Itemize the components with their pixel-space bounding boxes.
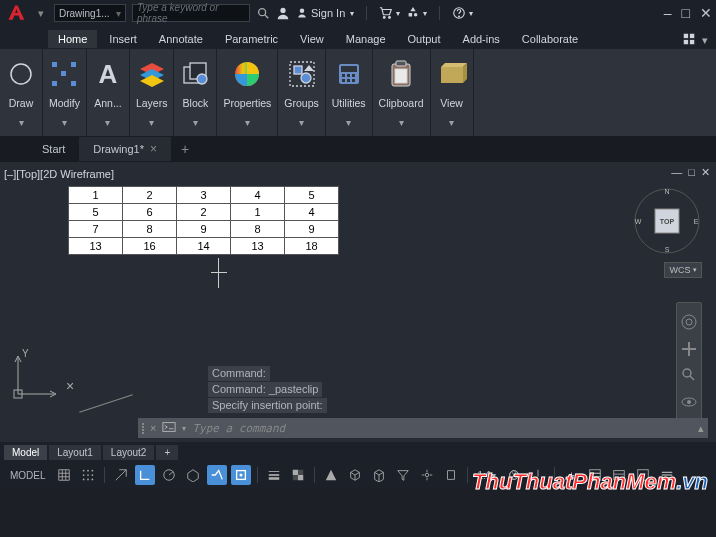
help-icon[interactable]: ▾ bbox=[452, 6, 473, 20]
annotation-scale[interactable]: 1:1 ▾ bbox=[474, 465, 501, 485]
tab-parametric[interactable]: Parametric bbox=[215, 30, 288, 48]
layout-model[interactable]: Model bbox=[4, 445, 47, 460]
dynamic-ucs[interactable] bbox=[369, 465, 389, 485]
search-icon[interactable] bbox=[256, 6, 270, 20]
wheel-icon[interactable] bbox=[680, 313, 698, 331]
customization[interactable] bbox=[657, 465, 677, 485]
layout-2[interactable]: Layout2 bbox=[103, 445, 155, 460]
selection-filter[interactable] bbox=[393, 465, 413, 485]
pan-icon[interactable] bbox=[680, 340, 698, 358]
tab-insert[interactable]: Insert bbox=[99, 30, 147, 48]
maximize-button[interactable]: □ bbox=[682, 5, 690, 21]
table-cell[interactable]: 9 bbox=[285, 221, 339, 238]
vp-minimize-icon[interactable]: — bbox=[671, 166, 682, 179]
tab-collaborate[interactable]: Collaborate bbox=[512, 30, 588, 48]
units-toggle[interactable]: + bbox=[561, 465, 581, 485]
panel-ann[interactable]: AAnn...▾ bbox=[87, 49, 130, 136]
table-cell[interactable]: 16 bbox=[123, 238, 177, 255]
table-cell[interactable]: 1 bbox=[231, 204, 285, 221]
panel-groups[interactable]: Groups▾ bbox=[278, 49, 325, 136]
wcs-dropdown[interactable]: WCS ▾ bbox=[664, 262, 702, 278]
app-menu-icon[interactable]: ▾ bbox=[406, 6, 427, 20]
panel-properties[interactable]: Properties▾ bbox=[217, 49, 278, 136]
3dosnap-toggle[interactable] bbox=[345, 465, 365, 485]
vp-restore-icon[interactable]: □ bbox=[688, 166, 695, 179]
table-cell[interactable]: 1 bbox=[69, 187, 123, 204]
doctab-start[interactable]: Start bbox=[28, 138, 79, 160]
tab-annotate[interactable]: Annotate bbox=[149, 30, 213, 48]
close-tab-icon[interactable]: × bbox=[150, 142, 157, 156]
workspace-switch[interactable] bbox=[504, 465, 524, 485]
panel-draw[interactable]: Draw▾ bbox=[0, 49, 43, 136]
table-cell[interactable]: 3 bbox=[177, 187, 231, 204]
table-cell[interactable]: 18 bbox=[285, 238, 339, 255]
polar-toggle[interactable] bbox=[159, 465, 179, 485]
tab-manage[interactable]: Manage bbox=[336, 30, 396, 48]
panel-modify[interactable]: Modify▾ bbox=[43, 49, 87, 136]
infer-constraints[interactable] bbox=[111, 465, 131, 485]
isolate-objects[interactable] bbox=[633, 465, 653, 485]
tab-output[interactable]: Output bbox=[398, 30, 451, 48]
table-cell[interactable]: 2 bbox=[123, 187, 177, 204]
new-tab-button[interactable]: + bbox=[171, 136, 199, 162]
panel-view[interactable]: View▾ bbox=[431, 49, 474, 136]
cmdline-up-icon[interactable]: ▴ bbox=[698, 422, 704, 435]
panel-utilities[interactable]: Utilities▾ bbox=[326, 49, 373, 136]
close-button[interactable]: ✕ bbox=[700, 5, 712, 21]
model-space-button[interactable]: MODEL bbox=[6, 465, 50, 485]
panel-layers[interactable]: Layers▾ bbox=[130, 49, 175, 136]
table-cell[interactable]: 7 bbox=[69, 221, 123, 238]
ribbon-options-icon[interactable]: ▾ bbox=[702, 34, 708, 47]
grid-toggle[interactable] bbox=[54, 465, 74, 485]
pasted-table[interactable]: 1234556214789891316141318 bbox=[68, 186, 339, 255]
command-line[interactable]: × ▾ Type a command ▴ bbox=[138, 418, 708, 438]
doctab-drawing1[interactable]: Drawing1*× bbox=[79, 137, 171, 161]
annotation-monitor[interactable] bbox=[528, 465, 548, 485]
quick-properties[interactable] bbox=[585, 465, 605, 485]
tab-addins[interactable]: Add-ins bbox=[453, 30, 510, 48]
gizmo-toggle[interactable] bbox=[417, 465, 437, 485]
transparency-toggle[interactable] bbox=[288, 465, 308, 485]
drawing-name-dropdown[interactable]: Drawing1... ▾ bbox=[54, 4, 126, 22]
vp-close-icon[interactable]: ✕ bbox=[701, 166, 710, 179]
annotation-visibility[interactable] bbox=[441, 465, 461, 485]
minimize-button[interactable]: – bbox=[664, 5, 672, 21]
zoom-icon[interactable] bbox=[680, 366, 698, 384]
table-cell[interactable]: 8 bbox=[231, 221, 285, 238]
viewport[interactable]: [–][Top][2D Wireframe] — □ ✕ 12345562147… bbox=[0, 162, 716, 442]
cmdline-handle-icon[interactable] bbox=[142, 423, 144, 434]
view-cube[interactable]: N E S W TOP bbox=[632, 186, 702, 256]
tab-view[interactable]: View bbox=[290, 30, 334, 48]
osnap-toggle[interactable] bbox=[207, 465, 227, 485]
app-logo[interactable] bbox=[4, 2, 28, 24]
search-input[interactable]: Type a keyword or phrase bbox=[132, 4, 250, 22]
cmdline-close-icon[interactable]: × bbox=[150, 422, 156, 434]
table-cell[interactable]: 4 bbox=[285, 204, 339, 221]
table-cell[interactable]: 5 bbox=[69, 204, 123, 221]
selection-cycling[interactable] bbox=[321, 465, 341, 485]
layout-add[interactable]: + bbox=[156, 445, 178, 460]
layout-1[interactable]: Layout1 bbox=[49, 445, 101, 460]
table-cell[interactable]: 13 bbox=[231, 238, 285, 255]
ortho-toggle[interactable] bbox=[135, 465, 155, 485]
table-cell[interactable]: 6 bbox=[123, 204, 177, 221]
panel-clipboard[interactable]: Clipboard▾ bbox=[373, 49, 431, 136]
qat-dropdown-icon[interactable]: ▾ bbox=[34, 6, 48, 20]
table-cell[interactable]: 14 bbox=[177, 238, 231, 255]
table-cell[interactable]: 2 bbox=[177, 204, 231, 221]
lock-ui[interactable] bbox=[609, 465, 629, 485]
cart-icon[interactable]: ▾ bbox=[379, 6, 400, 20]
table-cell[interactable]: 13 bbox=[69, 238, 123, 255]
otrack-toggle[interactable] bbox=[231, 465, 251, 485]
tab-home[interactable]: Home bbox=[48, 30, 97, 48]
account-menu[interactable] bbox=[276, 6, 290, 20]
table-cell[interactable]: 8 bbox=[123, 221, 177, 238]
navigation-bar[interactable] bbox=[676, 302, 702, 422]
featured-apps-icon[interactable] bbox=[682, 32, 696, 48]
viewport-label[interactable]: [–][Top][2D Wireframe] bbox=[4, 168, 114, 180]
table-cell[interactable]: 9 bbox=[177, 221, 231, 238]
panel-block[interactable]: Block▾ bbox=[174, 49, 217, 136]
snap-toggle[interactable] bbox=[78, 465, 98, 485]
orbit-icon[interactable] bbox=[680, 393, 698, 411]
isodraft-toggle[interactable] bbox=[183, 465, 203, 485]
